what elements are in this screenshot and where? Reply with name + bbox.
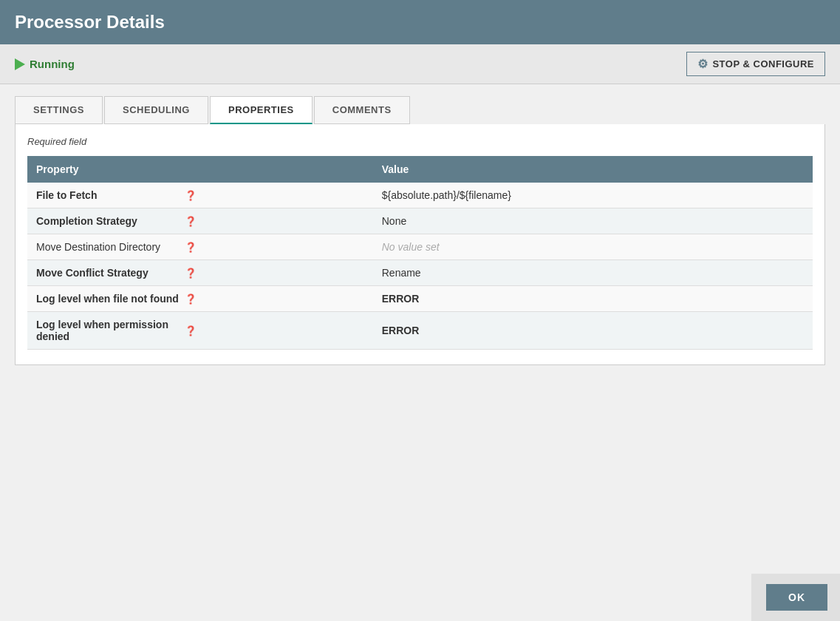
tab-scheduling[interactable]: SCHEDULING	[104, 96, 208, 124]
page-title: Processor Details	[15, 12, 165, 32]
prop-actions-cell	[765, 312, 813, 350]
prop-actions-cell	[765, 208, 813, 234]
help-icon[interactable]: ❓	[185, 216, 197, 227]
table-row[interactable]: Completion Strategy❓None	[27, 208, 813, 234]
property-name: Log level when file not found	[36, 293, 180, 305]
properties-table: Property Value File to Fetch❓${absolute.…	[27, 156, 813, 350]
table-row[interactable]: Log level when permission denied❓ERROR	[27, 312, 813, 350]
help-icon[interactable]: ❓	[185, 242, 197, 253]
property-name: Move Conflict Strategy	[36, 267, 180, 279]
property-name: File to Fetch	[36, 189, 180, 201]
prop-actions-cell	[765, 183, 813, 208]
col-header-value: Value	[373, 156, 766, 183]
prop-value-cell[interactable]: ERROR	[373, 312, 766, 350]
prop-name-cell: Log level when permission denied❓	[27, 312, 373, 350]
prop-value-cell[interactable]: None	[373, 208, 766, 234]
required-field-label: Required field	[27, 136, 813, 147]
tab-comments[interactable]: COMMENTS	[314, 96, 410, 124]
stop-configure-button[interactable]: ⚙ STOP & CONFIGURE	[686, 52, 825, 76]
prop-value-cell[interactable]: Rename	[373, 260, 766, 286]
help-icon[interactable]: ❓	[185, 325, 197, 336]
col-header-property: Property	[27, 156, 373, 183]
prop-value-cell[interactable]: No value set	[373, 234, 766, 260]
prop-name-cell: Move Destination Directory❓	[27, 234, 373, 260]
help-icon[interactable]: ❓	[185, 268, 197, 279]
play-icon	[15, 58, 25, 70]
table-row[interactable]: Move Destination Directory❓No value set	[27, 234, 813, 260]
prop-name-cell: Move Conflict Strategy❓	[27, 260, 373, 286]
tab-settings[interactable]: SETTINGS	[15, 96, 103, 124]
ok-button[interactable]: OK	[766, 584, 827, 611]
tab-properties[interactable]: PROPERTIES	[210, 96, 313, 124]
prop-actions-cell	[765, 286, 813, 312]
content-area: Required field Property Value File to Fe…	[15, 124, 825, 365]
toolbar: Running ⚙ STOP & CONFIGURE	[0, 44, 840, 84]
help-icon[interactable]: ❓	[185, 293, 197, 305]
prop-value-cell[interactable]: ${absolute.path}/${filename}	[373, 183, 766, 208]
status-label: Running	[30, 58, 75, 70]
prop-actions-cell	[765, 260, 813, 286]
running-status: Running	[15, 58, 75, 70]
table-row[interactable]: Log level when file not found❓ERROR	[27, 286, 813, 312]
gear-icon: ⚙	[697, 57, 708, 71]
table-header-row: Property Value	[27, 156, 813, 183]
prop-name-cell: File to Fetch❓	[27, 183, 373, 208]
property-name: Log level when permission denied	[36, 319, 180, 342]
prop-actions-cell	[765, 234, 813, 260]
help-icon[interactable]: ❓	[185, 190, 197, 201]
prop-name-cell: Completion Strategy❓	[27, 208, 373, 234]
col-header-actions	[765, 156, 813, 183]
prop-value-cell[interactable]: ERROR	[373, 286, 766, 312]
page-header: Processor Details	[0, 0, 840, 44]
property-name: Move Destination Directory	[36, 241, 180, 253]
property-name: Completion Strategy	[36, 215, 180, 227]
table-row[interactable]: File to Fetch❓${absolute.path}/${filenam…	[27, 183, 813, 208]
footer: OK	[751, 574, 840, 621]
table-row[interactable]: Move Conflict Strategy❓Rename	[27, 260, 813, 286]
tabs-container: SETTINGS SCHEDULING PROPERTIES COMMENTS	[15, 96, 825, 124]
prop-name-cell: Log level when file not found❓	[27, 286, 373, 312]
stop-configure-label: STOP & CONFIGURE	[712, 58, 814, 69]
